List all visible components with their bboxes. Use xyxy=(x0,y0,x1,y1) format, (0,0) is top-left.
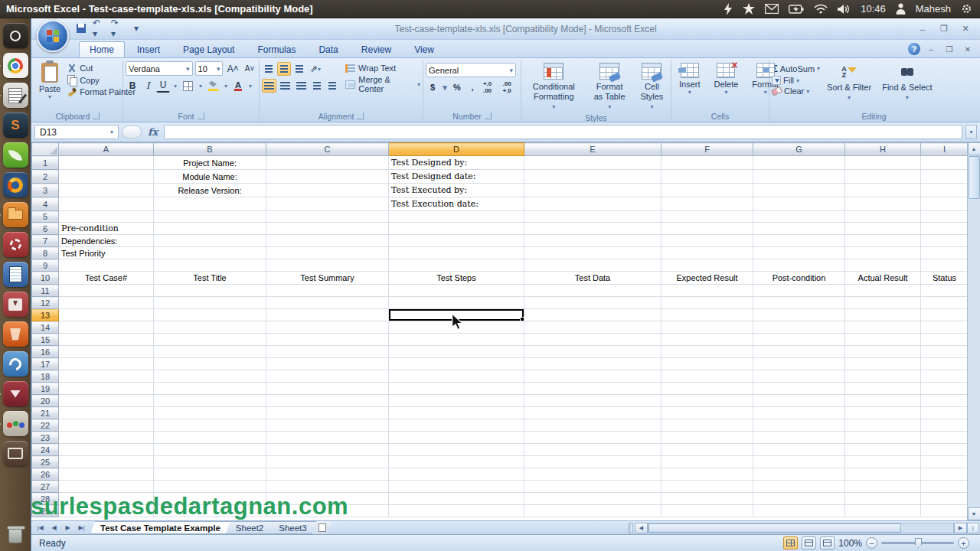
cell-F2[interactable] xyxy=(662,170,753,184)
page-layout-view-button[interactable] xyxy=(802,536,816,549)
cell-G10[interactable]: Post-condition xyxy=(753,272,845,285)
cell-C16[interactable] xyxy=(266,346,389,358)
prev-sheet-button[interactable]: ◀ xyxy=(47,523,60,533)
cell-G13[interactable] xyxy=(753,309,845,321)
cell-B14[interactable] xyxy=(154,321,266,334)
clipboard-dialog-launcher[interactable] xyxy=(93,112,100,119)
cell-E8[interactable] xyxy=(524,247,662,259)
cell-A23[interactable] xyxy=(59,432,154,444)
alignment-dialog-launcher[interactable] xyxy=(357,112,364,119)
cell-D28[interactable] xyxy=(389,493,524,505)
increase-indent-button[interactable] xyxy=(325,79,339,93)
dock-word-processor-icon[interactable] xyxy=(3,262,28,287)
cell-D7[interactable] xyxy=(389,235,524,247)
sort-filter-button[interactable]: AZ Sort & Filter▾ xyxy=(823,61,875,103)
cell-H2[interactable] xyxy=(845,170,921,184)
last-sheet-button[interactable]: ▶| xyxy=(75,523,88,533)
cell-G24[interactable] xyxy=(753,444,845,456)
currency-dropdown[interactable]: ▾ xyxy=(441,80,449,94)
cell-G29[interactable] xyxy=(753,505,845,517)
workbook-close-button[interactable]: ✕ xyxy=(960,44,975,54)
name-box[interactable]: D13▾ xyxy=(34,125,119,139)
cell-A12[interactable] xyxy=(59,297,154,309)
cell-A13[interactable] xyxy=(59,309,154,321)
vertical-scroll-thumb[interactable] xyxy=(969,156,980,199)
cell-F13[interactable] xyxy=(662,309,753,321)
cell-I19[interactable] xyxy=(921,383,969,395)
align-bottom-button[interactable] xyxy=(292,62,306,76)
cell-E26[interactable] xyxy=(524,468,662,481)
cell-C23[interactable] xyxy=(266,432,389,444)
cell-A18[interactable] xyxy=(59,370,154,383)
row-header-14[interactable]: 14 xyxy=(32,321,59,334)
cell-G22[interactable] xyxy=(753,419,845,432)
row-header-15[interactable]: 15 xyxy=(32,334,59,346)
column-header-F[interactable]: F xyxy=(662,143,753,156)
cell-I12[interactable] xyxy=(921,297,969,309)
cell-F27[interactable] xyxy=(662,481,753,493)
cell-E11[interactable] xyxy=(524,285,662,297)
cell-C21[interactable] xyxy=(266,407,389,419)
cell-D19[interactable] xyxy=(389,383,524,395)
cell-H26[interactable] xyxy=(845,468,921,481)
row-header-12[interactable]: 12 xyxy=(32,297,59,309)
undo-button[interactable]: ↶ ▾ xyxy=(93,21,106,35)
cell-B2[interactable]: Module Name: xyxy=(154,170,266,184)
cell-G20[interactable] xyxy=(753,395,845,407)
cell-F8[interactable] xyxy=(662,247,753,259)
cell-E17[interactable] xyxy=(524,358,662,370)
cell-H5[interactable] xyxy=(845,211,921,223)
cell-E22[interactable] xyxy=(524,419,662,432)
column-header-E[interactable]: E xyxy=(524,143,662,156)
dock-green-app-icon[interactable] xyxy=(3,142,28,168)
cell-D23[interactable] xyxy=(389,432,524,444)
cell-A25[interactable] xyxy=(59,456,154,468)
workspace-icon[interactable] xyxy=(743,3,755,15)
align-center-button[interactable] xyxy=(278,79,292,93)
cell-I21[interactable] xyxy=(921,407,969,419)
cell-F29[interactable] xyxy=(662,505,753,517)
row-header-13[interactable]: 13 xyxy=(32,309,59,321)
cell-A6[interactable]: Pre-condition xyxy=(59,223,154,235)
cell-B25[interactable] xyxy=(154,456,266,468)
cell-F21[interactable] xyxy=(662,407,753,419)
dock-trash-icon[interactable] xyxy=(3,523,28,548)
zoom-slider-thumb[interactable] xyxy=(915,538,922,548)
first-sheet-button[interactable]: |◀ xyxy=(34,523,47,533)
cell-B8[interactable] xyxy=(154,247,266,259)
row-header-3[interactable]: 3 xyxy=(32,184,59,197)
cell-I3[interactable] xyxy=(921,184,969,197)
cell-A3[interactable] xyxy=(59,184,154,197)
session-gear-icon[interactable] xyxy=(961,3,972,15)
fill-color-button[interactable] xyxy=(206,79,220,93)
cell-C17[interactable] xyxy=(266,358,389,370)
sheet-tab-sheet3[interactable]: Sheet3 xyxy=(269,521,316,534)
insert-cells-button[interactable]: Insert▾ xyxy=(674,61,706,97)
cell-A27[interactable] xyxy=(59,481,154,493)
cell-I27[interactable] xyxy=(921,481,969,493)
normal-view-button[interactable] xyxy=(783,536,798,549)
fill-color-dropdown[interactable]: ▾ xyxy=(222,79,230,93)
restore-button[interactable]: ❐ xyxy=(934,23,954,35)
cell-D9[interactable] xyxy=(389,259,524,272)
cell-A7[interactable]: Dependencies: xyxy=(59,235,154,247)
row-header-26[interactable]: 26 xyxy=(32,468,59,481)
cell-E5[interactable] xyxy=(524,211,662,223)
cell-D15[interactable] xyxy=(389,334,524,346)
cell-A21[interactable] xyxy=(59,407,154,419)
cell-styles-button[interactable]: Cell Styles▾ xyxy=(635,61,668,113)
cell-C9[interactable] xyxy=(266,259,389,272)
cell-E7[interactable] xyxy=(524,235,662,247)
row-header-10[interactable]: 10 xyxy=(32,272,59,285)
row-header-6[interactable]: 6 xyxy=(32,223,59,235)
cell-I5[interactable] xyxy=(921,211,969,223)
cell-C26[interactable] xyxy=(266,468,389,481)
dock-sublime-text-icon[interactable]: S xyxy=(3,112,28,138)
cell-I18[interactable] xyxy=(921,370,969,383)
cell-E10[interactable]: Test Data xyxy=(524,272,662,285)
zoom-in-button[interactable]: + xyxy=(958,537,969,549)
font-family-combo[interactable]: Verdana▾ xyxy=(126,61,193,76)
cell-F9[interactable] xyxy=(662,259,753,272)
cell-F22[interactable] xyxy=(662,419,753,432)
row-header-23[interactable]: 23 xyxy=(32,432,59,444)
